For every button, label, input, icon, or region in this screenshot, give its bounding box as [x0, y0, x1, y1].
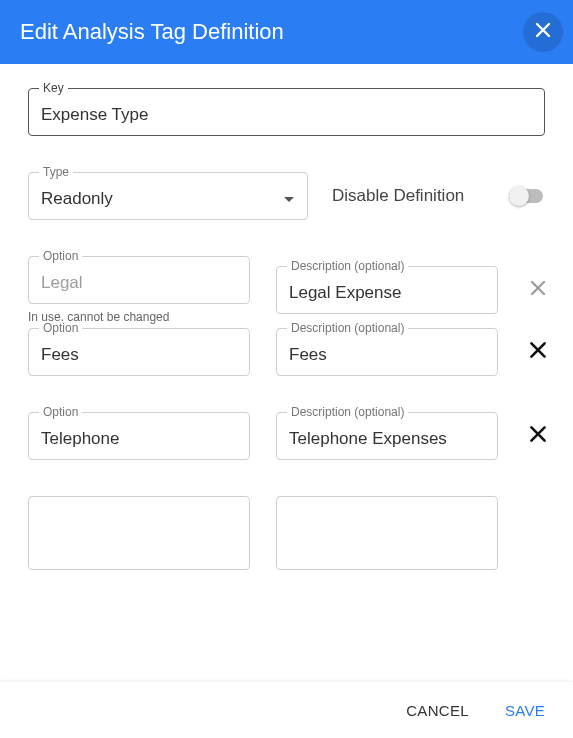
option-label: Option	[39, 405, 82, 419]
save-button[interactable]: SAVE	[501, 694, 549, 727]
option-field[interactable]: Option	[28, 328, 250, 376]
description-label: Description (optional)	[287, 405, 408, 419]
description-label: Description (optional)	[287, 259, 408, 273]
cancel-button[interactable]: CANCEL	[402, 694, 473, 727]
option-label: Option	[39, 249, 82, 263]
description-field[interactable]: Description (optional)	[276, 412, 498, 460]
option-field[interactable]	[28, 496, 250, 570]
key-label: Key	[39, 81, 68, 95]
delete-option-button[interactable]	[524, 423, 552, 449]
option-input[interactable]	[41, 429, 237, 449]
option-row	[28, 496, 545, 570]
dialog-title: Edit Analysis Tag Definition	[20, 19, 284, 45]
option-field: Option Legal	[28, 256, 250, 304]
disable-label: Disable Definition	[332, 186, 464, 206]
option-field[interactable]: Option	[28, 412, 250, 460]
option-row: Option Legal In use, cannot be changed D…	[28, 256, 545, 324]
key-input[interactable]	[41, 105, 532, 125]
option-label: Option	[39, 321, 82, 335]
dialog-footer: CANCEL SAVE	[0, 682, 573, 738]
description-field[interactable]: Description (optional)	[276, 266, 498, 314]
close-icon	[527, 423, 549, 449]
description-field[interactable]	[276, 496, 498, 570]
option-input[interactable]	[41, 523, 237, 543]
type-value: Readonly	[41, 189, 283, 209]
description-input[interactable]	[289, 429, 485, 449]
delete-option-button[interactable]	[524, 339, 552, 365]
description-input[interactable]	[289, 283, 485, 303]
close-icon	[527, 339, 549, 365]
key-field[interactable]: Key	[28, 88, 545, 136]
description-field[interactable]: Description (optional)	[276, 328, 498, 376]
toggle-thumb	[509, 186, 529, 206]
chevron-down-icon	[283, 190, 295, 208]
description-label: Description (optional)	[287, 321, 408, 335]
option-row: Option Description (optional)	[28, 412, 545, 460]
type-select[interactable]: Type Readonly	[28, 172, 308, 220]
close-button[interactable]	[523, 12, 563, 52]
close-icon	[528, 278, 548, 302]
dialog-header: Edit Analysis Tag Definition	[0, 0, 573, 64]
option-row: Option Description (optional)	[28, 328, 545, 376]
type-label: Type	[39, 165, 73, 179]
description-input[interactable]	[289, 523, 485, 543]
close-icon	[533, 20, 553, 44]
delete-option-button[interactable]	[524, 278, 552, 302]
disable-toggle[interactable]	[509, 186, 545, 206]
option-input: Legal	[41, 273, 237, 293]
option-input[interactable]	[41, 345, 237, 365]
dialog-content: Key Type Readonly Disable Definition Opt…	[0, 64, 573, 570]
description-input[interactable]	[289, 345, 485, 365]
disable-definition-row: Disable Definition	[332, 186, 545, 206]
